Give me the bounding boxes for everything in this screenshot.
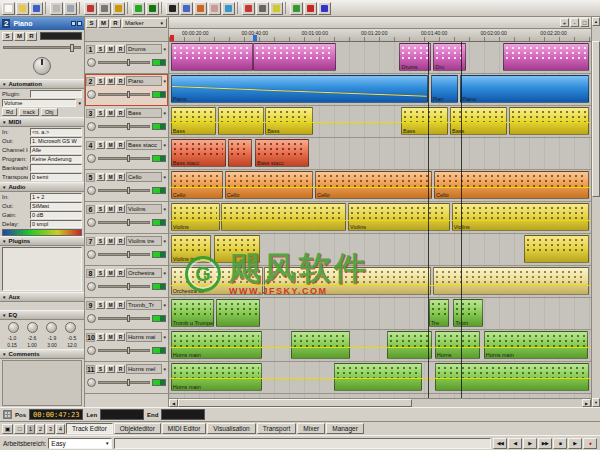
- audio-clip[interactable]: Bass stacc: [255, 139, 309, 167]
- track-volume-slider[interactable]: [98, 381, 150, 384]
- record-icon[interactable]: [304, 2, 317, 15]
- marker-dropdown[interactable]: Marker▼: [122, 18, 167, 28]
- track-dropdown-icon[interactable]: ▼: [163, 271, 167, 276]
- audio-clip[interactable]: [221, 203, 346, 231]
- locator-marker[interactable]: [253, 35, 257, 41]
- track-control-5[interactable]: 5SMRCello▼: [85, 170, 168, 202]
- eq-knob-3[interactable]: [46, 322, 57, 333]
- tab-track-editor[interactable]: Track Editor: [66, 423, 113, 434]
- midi-out--select[interactable]: 1. Microsoft GS W: [30, 137, 82, 145]
- track-control-7[interactable]: 7SMRViolins tre▼: [85, 234, 168, 266]
- track-control-10[interactable]: 10SMRHorns mai▼: [85, 330, 168, 362]
- audio-clip[interactable]: Cello: [434, 171, 589, 199]
- audio-clip[interactable]: Bass stacc: [171, 139, 226, 167]
- audio-clip[interactable]: [387, 331, 433, 359]
- track-pan-knob[interactable]: [87, 250, 96, 259]
- track-volume-slider[interactable]: [98, 253, 150, 256]
- end-display[interactable]: [161, 409, 205, 420]
- track-1-m-button[interactable]: M: [106, 45, 115, 53]
- track-pan-knob[interactable]: [87, 378, 96, 387]
- midi-bankwahl--select[interactable]: [30, 164, 82, 172]
- audio-clip[interactable]: [228, 139, 252, 167]
- track-name[interactable]: Piano: [126, 76, 162, 86]
- track-lane-3[interactable]: BassBassBassBass: [169, 106, 591, 138]
- global-r-button[interactable]: R: [110, 19, 121, 28]
- track-3-r-button[interactable]: R: [116, 109, 125, 117]
- grid-icon[interactable]: [256, 2, 269, 15]
- audio-clip[interactable]: [509, 107, 589, 135]
- midi-in--select[interactable]: <n. a.>: [30, 128, 82, 136]
- track-dropdown-icon[interactable]: ▼: [163, 175, 167, 180]
- playback-cursor[interactable]: [461, 42, 462, 398]
- plugins-list[interactable]: [2, 247, 82, 291]
- track-pan-knob[interactable]: [87, 282, 96, 291]
- audio-clip[interactable]: Bass: [171, 107, 217, 135]
- copy-icon[interactable]: [98, 2, 111, 15]
- zoom-tool-icon[interactable]: [222, 2, 235, 15]
- snap-magnet-icon[interactable]: [242, 2, 255, 15]
- track-lane-7[interactable]: Violins tren: [169, 234, 591, 266]
- hscroll-thumb[interactable]: [178, 399, 412, 407]
- track-pan-knob[interactable]: [87, 154, 96, 163]
- page-button-3[interactable]: 3: [46, 424, 55, 434]
- track-1-s-button[interactable]: S: [96, 45, 105, 53]
- track-name[interactable]: Drums: [126, 44, 162, 54]
- section-header-eq[interactable]: ▼EQ: [0, 310, 84, 320]
- pencil-tool-icon[interactable]: [194, 2, 207, 15]
- eraser-tool-icon[interactable]: [208, 2, 221, 15]
- zoom-in-icon[interactable]: +: [560, 18, 569, 27]
- track-2-r-button[interactable]: R: [116, 77, 125, 85]
- locator-marker[interactable]: [170, 35, 174, 41]
- track-pan-knob[interactable]: [87, 186, 96, 195]
- audio-clip[interactable]: Horns main: [171, 331, 262, 359]
- track-11-r-button[interactable]: R: [116, 365, 125, 373]
- track-dropdown-icon[interactable]: ▼: [163, 239, 167, 244]
- track-pan-knob[interactable]: [87, 58, 96, 67]
- section-header-aux[interactable]: ▼Aux: [0, 292, 84, 302]
- track-6-s-button[interactable]: S: [96, 205, 105, 213]
- track-9-m-button[interactable]: M: [106, 301, 115, 309]
- track-volume-slider[interactable]: [98, 221, 150, 224]
- step-forward-button[interactable]: ▶: [523, 438, 537, 449]
- track-10-m-button[interactable]: M: [106, 333, 115, 341]
- eq-knob-1[interactable]: [8, 322, 19, 333]
- midi-channel-in--select[interactable]: Alle: [30, 146, 82, 154]
- audio-clip[interactable]: [253, 43, 336, 71]
- audio-clip[interactable]: [524, 235, 589, 263]
- track-dropdown-icon[interactable]: ▼: [163, 335, 167, 340]
- panel-close-icon[interactable]: [77, 21, 82, 26]
- audio-gain--select[interactable]: 0 dB: [30, 211, 82, 219]
- volume-fader[interactable]: [0, 42, 84, 53]
- audio-clip[interactable]: Violins: [171, 203, 220, 231]
- track-6-m-button[interactable]: M: [106, 205, 115, 213]
- audio-clip[interactable]: Tre: [429, 299, 449, 327]
- track-7-s-button[interactable]: S: [96, 237, 105, 245]
- tab-transport[interactable]: Transport: [257, 423, 297, 434]
- track-control-4[interactable]: 4SMRBass stacc▼: [85, 138, 168, 170]
- track-pan-knob[interactable]: [87, 122, 96, 131]
- audio-clip[interactable]: Violins: [348, 203, 450, 231]
- tab-objekteditor[interactable]: Objekteditor: [114, 423, 161, 434]
- fast-forward-button[interactable]: ▶▶: [538, 438, 552, 449]
- track-7-m-button[interactable]: M: [106, 237, 115, 245]
- audio-clip[interactable]: [214, 235, 260, 263]
- position-display[interactable]: 00:00:47:23: [29, 409, 83, 420]
- track-volume-slider[interactable]: [98, 61, 150, 64]
- setup-grid-icon[interactable]: [3, 410, 12, 419]
- track-6-r-button[interactable]: R: [116, 205, 125, 213]
- float-window-icon[interactable]: □: [14, 424, 25, 434]
- audio-clip[interactable]: Piano: [171, 75, 428, 103]
- tab-mixer[interactable]: Mixer: [297, 423, 325, 434]
- audio-clip[interactable]: Horns: [435, 331, 480, 359]
- section-header-comments[interactable]: ▼Comments: [0, 349, 84, 359]
- track-name[interactable]: Violins tre: [126, 236, 162, 246]
- audio-clip[interactable]: Orchestra str: [171, 267, 263, 295]
- track-lane-1[interactable]: DrumsDru: [169, 42, 591, 74]
- track-dropdown-icon[interactable]: ▼: [163, 367, 167, 372]
- open-folder-icon[interactable]: [16, 2, 29, 15]
- automation-plugin-select[interactable]: [30, 90, 82, 98]
- track-name[interactable]: Orchestra: [126, 268, 162, 278]
- track-volume-slider[interactable]: [98, 317, 150, 320]
- section-header-audio[interactable]: ▼Audio: [0, 182, 84, 192]
- track-4-s-button[interactable]: S: [96, 141, 105, 149]
